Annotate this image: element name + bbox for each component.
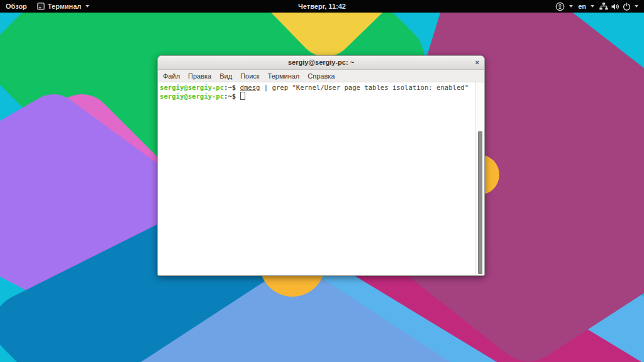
window-titlebar[interactable]: sergiy@sergiy-pc: ~ × bbox=[158, 56, 484, 70]
command-rest: | grep "Kernel/User page tables isolatio… bbox=[260, 84, 469, 91]
chevron-down-icon bbox=[591, 5, 594, 8]
top-bar-right: en bbox=[555, 2, 638, 11]
keyboard-layout-label: en bbox=[578, 3, 586, 10]
terminal-scrollbar[interactable] bbox=[475, 82, 484, 275]
menu-view[interactable]: Вид bbox=[219, 72, 232, 80]
command-word: dmesg bbox=[240, 84, 260, 91]
activities-label: Обзор bbox=[6, 3, 27, 10]
clock-label: Четверг, 11:42 bbox=[298, 3, 346, 10]
clock-button[interactable]: Четверг, 11:42 bbox=[298, 0, 346, 13]
top-bar-left: Обзор Терминал bbox=[6, 3, 89, 10]
close-button[interactable]: × bbox=[475, 56, 479, 69]
accessibility-menu-button[interactable] bbox=[555, 2, 573, 11]
menu-edit[interactable]: Правка bbox=[188, 72, 211, 80]
prompt-suffix: :~$ bbox=[224, 92, 240, 100]
menu-file[interactable]: Файл bbox=[163, 72, 180, 80]
prompt-suffix: :~$ bbox=[224, 84, 240, 91]
menu-help[interactable]: Справка bbox=[308, 72, 335, 80]
speaker-icon bbox=[611, 3, 620, 11]
window-title: sergiy@sergiy-pc: ~ bbox=[288, 58, 354, 66]
prompt-user-host: sergiy@sergiy-pc bbox=[160, 84, 224, 91]
menu-search[interactable]: Поиск bbox=[240, 72, 259, 80]
window-menubar: Файл Правка Вид Поиск Терминал Справка bbox=[158, 70, 484, 82]
scrollbar-thumb[interactable] bbox=[478, 131, 482, 274]
keyboard-layout-button[interactable]: en bbox=[578, 3, 594, 10]
accessibility-icon bbox=[555, 2, 565, 11]
top-bar: Обзор Терминал Четверг, 11:42 en bbox=[0, 0, 644, 13]
power-icon bbox=[623, 3, 631, 11]
app-menu-button[interactable]: Терминал bbox=[37, 3, 90, 10]
terminal-content[interactable]: sergiy@sergiy-pc:~$ dmesg | grep "Kernel… bbox=[158, 82, 484, 275]
chevron-down-icon bbox=[635, 5, 638, 8]
terminal-window-icon bbox=[37, 3, 45, 10]
wired-network-icon bbox=[599, 3, 608, 10]
terminal-cursor bbox=[240, 92, 245, 100]
chevron-down-icon bbox=[86, 5, 89, 8]
prompt-user-host: sergiy@sergiy-pc bbox=[160, 92, 224, 100]
system-status-menu-button[interactable] bbox=[599, 3, 638, 11]
app-menu-label: Терминал bbox=[48, 3, 82, 10]
terminal-window: sergiy@sergiy-pc: ~ × Файл Правка Вид По… bbox=[157, 55, 485, 276]
menu-terminal[interactable]: Терминал bbox=[268, 72, 300, 80]
terminal-line: sergiy@sergiy-pc:~$ dmesg | grep "Kernel… bbox=[160, 83, 484, 92]
terminal-line: sergiy@sergiy-pc:~$ bbox=[160, 92, 484, 101]
activities-button[interactable]: Обзор bbox=[6, 3, 27, 10]
chevron-down-icon bbox=[569, 5, 573, 8]
